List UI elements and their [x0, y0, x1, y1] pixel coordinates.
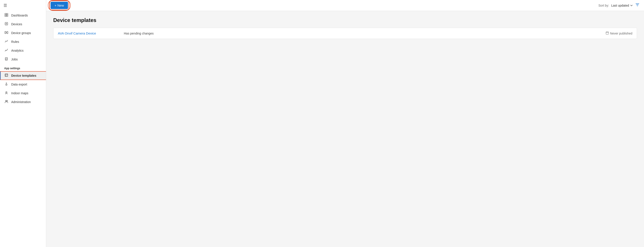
page-title: Device templates — [53, 17, 637, 23]
filter-icon[interactable] — [635, 3, 640, 8]
new-button[interactable]: + New — [50, 2, 68, 9]
svg-rect-6 — [5, 31, 6, 34]
sidebar-item-jobs[interactable]: Jobs — [0, 55, 46, 64]
sidebar-item-label: Device groups — [11, 31, 31, 35]
maps-icon — [4, 91, 8, 95]
dashboard-icon — [4, 13, 8, 17]
device-icon — [4, 22, 8, 26]
sort-by-label: Sort by: — [598, 4, 609, 7]
sidebar-item-data-export[interactable]: Data export — [0, 80, 46, 89]
device-list: AVA Onvif Camera Device Has pending chan… — [53, 28, 637, 39]
sidebar-nav: Dashboards Devices Device groups Rules A… — [0, 11, 46, 247]
svg-rect-13 — [606, 32, 608, 34]
sidebar-item-devices[interactable]: Devices — [0, 20, 46, 28]
sidebar-item-label: Devices — [11, 22, 22, 26]
new-button-wrapper: + New — [50, 2, 68, 9]
main-content: + New Sort by: Last updated Device templ… — [46, 0, 644, 247]
sidebar-item-label: Rules — [11, 40, 19, 43]
sort-value[interactable]: Last updated — [611, 4, 633, 7]
svg-rect-0 — [5, 13, 6, 15]
topbar-right: Sort by: Last updated — [598, 3, 640, 8]
sidebar-item-label: Analytics — [11, 49, 24, 52]
analytics-icon — [4, 48, 8, 53]
topbar: + New Sort by: Last updated — [46, 0, 644, 11]
hamburger-button[interactable]: ☰ — [0, 0, 46, 11]
svg-rect-7 — [7, 31, 8, 34]
app-settings-label: App settings — [0, 64, 46, 71]
sidebar-item-label: Administration — [11, 100, 31, 104]
device-status: Has pending changes — [124, 32, 588, 35]
admin-icon — [4, 100, 8, 104]
content-area: Device templates AVA Onvif Camera Device… — [46, 11, 644, 247]
jobs-icon — [4, 57, 8, 61]
svg-point-12 — [6, 100, 8, 102]
device-published: Never published — [593, 31, 632, 35]
svg-rect-1 — [6, 13, 8, 15]
sidebar-item-rules[interactable]: Rules — [0, 37, 46, 46]
sidebar-item-label: Dashboards — [11, 14, 28, 17]
sidebar-item-device-groups[interactable]: Device groups — [0, 28, 46, 37]
sidebar-item-label: Data export — [11, 83, 27, 86]
sidebar-item-administration[interactable]: Administration — [0, 98, 46, 106]
group-icon — [4, 31, 8, 35]
menu-icon: ☰ — [4, 3, 7, 8]
table-row: AVA Onvif Camera Device Has pending chan… — [53, 28, 637, 39]
sidebar-item-indoor-maps[interactable]: Indoor maps — [0, 89, 46, 98]
svg-rect-2 — [5, 15, 6, 16]
sidebar-item-dashboards[interactable]: Dashboards — [0, 11, 46, 20]
sidebar-item-label: Jobs — [11, 58, 18, 61]
templates-icon — [4, 73, 8, 78]
rules-icon — [4, 39, 8, 44]
chevron-down-icon — [630, 4, 633, 7]
calendar-icon — [606, 31, 609, 35]
device-name-link[interactable]: AVA Onvif Camera Device — [58, 31, 120, 35]
sidebar-item-analytics[interactable]: Analytics — [0, 46, 46, 55]
sidebar-item-label: Indoor maps — [11, 91, 28, 95]
svg-rect-9 — [5, 74, 8, 76]
svg-rect-4 — [5, 22, 8, 25]
sidebar-item-device-templates[interactable]: Device templates — [0, 71, 46, 80]
svg-point-10 — [6, 92, 7, 93]
svg-point-11 — [6, 100, 6, 102]
sidebar-item-label: Device templates — [11, 74, 36, 77]
svg-point-5 — [6, 23, 7, 24]
topbar-left: + New — [50, 2, 68, 9]
svg-rect-3 — [6, 15, 8, 16]
export-icon — [4, 82, 8, 87]
sidebar: ☰ Dashboards Devices Device groups Rul — [0, 0, 46, 247]
